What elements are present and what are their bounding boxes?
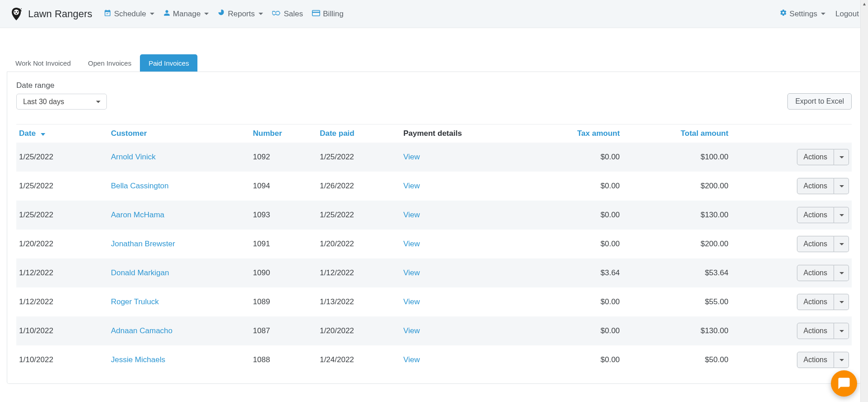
cell-date: 1/12/2022 xyxy=(16,287,108,316)
cell-tax: $3.64 xyxy=(526,258,626,287)
view-payment-link[interactable]: View xyxy=(403,211,420,219)
tab-open-invoices[interactable]: Open Invoices xyxy=(79,54,140,72)
nav-reports[interactable]: Reports xyxy=(218,9,263,19)
view-payment-link[interactable]: View xyxy=(403,239,420,248)
date-range-select[interactable]: Last 30 days xyxy=(16,94,107,110)
customer-link[interactable]: Roger Truluck xyxy=(111,297,159,306)
svg-point-1 xyxy=(14,11,15,12)
actions-button[interactable]: Actions xyxy=(797,352,834,368)
table-row: 1/12/2022 Donald Markigan 1090 1/12/2022… xyxy=(16,258,852,287)
view-payment-link[interactable]: View xyxy=(403,182,420,190)
actions-button[interactable]: Actions xyxy=(797,178,834,194)
chevron-down-icon xyxy=(839,359,844,361)
tab-work-not-invoiced[interactable]: Work Not Invoiced xyxy=(7,54,79,72)
actions-dropdown-button[interactable] xyxy=(834,207,849,223)
customer-link[interactable]: Donald Markigan xyxy=(111,268,169,277)
chevron-down-icon xyxy=(839,330,844,332)
cell-number: 1093 xyxy=(250,201,317,230)
customer-link[interactable]: Jonathan Brewster xyxy=(111,239,175,248)
scroll-up-icon[interactable]: ▲ xyxy=(861,0,868,8)
nav-logout-label: Logout xyxy=(835,10,859,19)
calendar-icon xyxy=(104,9,111,19)
table-row: 1/25/2022 Aaron McHama 1093 1/25/2022 Vi… xyxy=(16,201,852,230)
cell-total: $200.00 xyxy=(626,172,735,201)
scrollbar[interactable]: ▲ xyxy=(860,0,868,397)
actions-button[interactable]: Actions xyxy=(797,236,834,252)
cell-tax: $0.00 xyxy=(526,345,626,374)
actions-button[interactable]: Actions xyxy=(797,207,834,223)
chevron-down-icon xyxy=(839,243,844,245)
view-payment-link[interactable]: View xyxy=(403,153,420,161)
actions-dropdown-button[interactable] xyxy=(834,265,849,281)
actions-button[interactable]: Actions xyxy=(797,265,834,281)
user-icon xyxy=(163,10,170,19)
chevron-down-icon xyxy=(150,13,154,15)
cell-date-paid: 1/25/2022 xyxy=(317,201,401,230)
col-tax-amount[interactable]: Tax amount xyxy=(526,124,626,143)
chevron-down-icon xyxy=(839,156,844,158)
cell-date-paid: 1/26/2022 xyxy=(317,172,401,201)
actions-button[interactable]: Actions xyxy=(797,149,834,165)
cell-date: 1/10/2022 xyxy=(16,316,108,345)
cell-total: $100.00 xyxy=(626,143,735,172)
view-payment-link[interactable]: View xyxy=(403,297,420,306)
cell-date: 1/25/2022 xyxy=(16,172,108,201)
actions-dropdown-button[interactable] xyxy=(834,236,849,252)
cell-date-paid: 1/25/2022 xyxy=(317,143,401,172)
cell-total: $130.00 xyxy=(626,201,735,230)
col-date[interactable]: Date xyxy=(16,124,108,143)
col-date-paid[interactable]: Date paid xyxy=(317,124,401,143)
chevron-down-icon xyxy=(839,272,844,274)
sort-desc-icon xyxy=(41,133,45,136)
customer-link[interactable]: Adnaan Camacho xyxy=(111,326,173,335)
chevron-down-icon xyxy=(839,301,844,303)
actions-dropdown-button[interactable] xyxy=(834,178,849,194)
nav-billing-label: Billing xyxy=(323,10,343,19)
cell-date: 1/20/2022 xyxy=(16,230,108,258)
cell-total: $200.00 xyxy=(626,230,735,258)
tab-paid-invoices[interactable]: Paid Invoices xyxy=(140,54,197,72)
view-payment-link[interactable]: View xyxy=(403,268,420,277)
cell-tax: $0.00 xyxy=(526,316,626,345)
col-customer[interactable]: Customer xyxy=(108,124,250,143)
nav-billing[interactable]: Billing xyxy=(312,10,343,19)
view-payment-link[interactable]: View xyxy=(403,355,420,364)
nav-logout[interactable]: Logout xyxy=(835,10,859,19)
nav-manage[interactable]: Manage xyxy=(163,10,209,19)
chevron-down-icon xyxy=(839,214,844,216)
brand[interactable]: Lawn Rangers xyxy=(9,7,92,21)
nav-sales[interactable]: Sales xyxy=(272,10,303,19)
table-row: 1/10/2022 Jessie Michaels 1088 1/24/2022… xyxy=(16,345,852,374)
svg-rect-5 xyxy=(312,12,320,13)
customer-link[interactable]: Aaron McHama xyxy=(111,211,164,219)
customer-link[interactable]: Jessie Michaels xyxy=(111,355,165,364)
chevron-down-icon xyxy=(204,13,209,15)
actions-dropdown-button[interactable] xyxy=(834,323,849,339)
actions-dropdown-button[interactable] xyxy=(834,149,849,165)
nav-settings-label: Settings xyxy=(790,10,817,19)
view-payment-link[interactable]: View xyxy=(403,326,420,335)
cell-number: 1088 xyxy=(250,345,317,374)
actions-dropdown-button[interactable] xyxy=(834,352,849,368)
table-row: 1/10/2022 Adnaan Camacho 1087 1/20/2022 … xyxy=(16,316,852,345)
export-to-excel-button[interactable]: Export to Excel xyxy=(787,93,852,110)
nav-schedule[interactable]: Schedule xyxy=(104,9,154,19)
actions-button[interactable]: Actions xyxy=(797,294,834,310)
cell-total: $55.00 xyxy=(626,287,735,316)
chat-icon xyxy=(837,377,851,390)
cell-number: 1087 xyxy=(250,316,317,345)
customer-link[interactable]: Arnold Vinick xyxy=(111,153,156,161)
cell-tax: $0.00 xyxy=(526,230,626,258)
nav-settings[interactable]: Settings xyxy=(780,9,825,19)
chat-widget-button[interactable] xyxy=(831,370,857,397)
cell-tax: $0.00 xyxy=(526,172,626,201)
customer-link[interactable]: Bella Cassington xyxy=(111,182,169,190)
col-total-amount[interactable]: Total amount xyxy=(626,124,735,143)
cell-tax: $0.00 xyxy=(526,143,626,172)
chevron-down-icon xyxy=(839,185,844,187)
actions-dropdown-button[interactable] xyxy=(834,294,849,310)
svg-rect-4 xyxy=(312,10,320,16)
pie-chart-icon xyxy=(218,9,225,19)
col-number[interactable]: Number xyxy=(250,124,317,143)
actions-button[interactable]: Actions xyxy=(797,323,834,339)
